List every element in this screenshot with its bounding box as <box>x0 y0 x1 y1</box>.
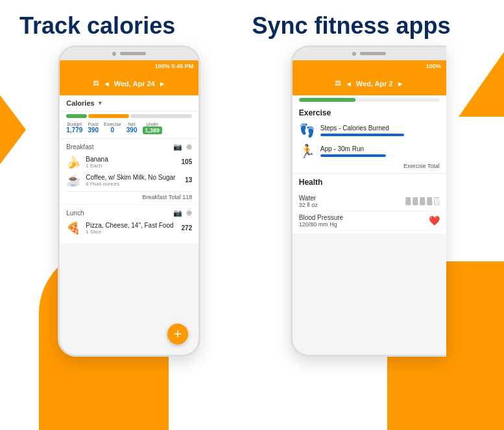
run-icon: 🏃 <box>299 143 315 159</box>
header: Track calories Sync fitness apps <box>0 0 504 45</box>
steps-info: Steps - Calories Burned <box>320 125 440 136</box>
exercise-label: Exercise <box>104 122 121 126</box>
food-item-banana[interactable]: 🍌 Banana 1 Each 105 <box>66 155 192 169</box>
left-arrow-icon-2[interactable]: ◄ <box>345 80 352 88</box>
exercise-stat: Exercise 0 <box>104 122 121 134</box>
calories-header[interactable]: Calories ▼ <box>60 95 198 112</box>
calories-dropdown-icon: ▼ <box>97 100 103 106</box>
lunch-header: Lunch 📷 ⊕ <box>66 209 192 217</box>
p2-progress-bar <box>299 98 440 102</box>
breakfast-total: Breakfast Total 118 <box>66 191 192 200</box>
left-arrow-icon[interactable]: ◄ <box>103 80 110 88</box>
bp-label: Blood Pressure <box>299 214 343 221</box>
lunch-camera-icon[interactable]: 📷 <box>173 209 182 217</box>
pizza-desc: 1 Slice <box>86 229 176 235</box>
nav-date-2: Wed, Apr 2 <box>356 80 393 88</box>
budget-label: Budget <box>67 122 82 126</box>
p2-progress-fill <box>299 98 355 102</box>
run-exercise-item[interactable]: 🏃 App - 30m Run <box>293 141 446 161</box>
header-left: Track calories <box>19 13 252 39</box>
health-section: Water 32 fl oz Blood Pressure <box>293 189 446 233</box>
steps-bar <box>320 134 404 136</box>
under-stat: Under 1,389 <box>143 122 163 134</box>
water-label-group: Water 32 fl oz <box>299 195 318 208</box>
coffee-icon: ☕ <box>66 173 80 187</box>
breakfast-title: Breakfast <box>66 143 93 150</box>
phone-1: 100% 5:45 PM ⚖ ◄ Wed, Apr 24 ► Calories … <box>58 45 200 357</box>
nav-date: Wed, Apr 24 <box>114 80 155 88</box>
steps-exercise-item[interactable]: 👣 Steps - Calories Burned <box>293 120 446 141</box>
food-value: 390 <box>88 126 99 134</box>
phone-1-speaker-icon <box>120 52 146 55</box>
cal-bar-gray <box>130 114 192 118</box>
breakfast-header: Breakfast 📷 ⊕ <box>66 143 192 151</box>
header-right: Sync fitness apps <box>252 13 485 39</box>
phone-1-top-bar <box>60 47 198 60</box>
steps-name: Steps - Calories Burned <box>320 125 440 132</box>
food-item-pizza[interactable]: 🍕 Pizza, Cheese, 14", Fast Food 1 Slice … <box>66 221 192 235</box>
phone-2-body: Exercise 👣 Steps - Calories Burned 🏃 App… <box>293 95 446 233</box>
phone-1-status-bar: 100% 5:45 PM <box>60 60 198 72</box>
banana-desc: 1 Each <box>86 163 176 169</box>
coffee-name: Coffee, w/ Skim Milk, No Sugar <box>86 174 180 181</box>
bp-label-group: Blood Pressure 120/80 mm Hg <box>299 214 343 228</box>
sync-fitness-title: Sync fitness apps <box>252 13 485 39</box>
breakfast-total-label: Breakfast Total <box>142 194 180 200</box>
track-calories-title: Track calories <box>19 13 252 39</box>
pizza-cal: 272 <box>182 224 193 232</box>
net-label: Net <box>128 122 136 126</box>
scale-icon: ⚖ <box>93 79 99 88</box>
coffee-desc: 8 Fluid ounces <box>86 181 180 187</box>
coffee-cal: 13 <box>185 176 192 184</box>
add-food-icon[interactable]: ⊕ <box>186 143 192 151</box>
food-label: Food <box>88 122 99 126</box>
add-food-fab[interactable]: + <box>167 324 188 344</box>
camera-icon[interactable]: 📷 <box>173 143 182 151</box>
right-arrow-icon[interactable]: ► <box>159 80 166 88</box>
phone-2-status-bar: 100% <box>293 60 446 72</box>
right-arrow-icon-2[interactable]: ► <box>397 80 404 88</box>
banana-name: Banana <box>86 156 176 163</box>
run-name: App - 30m Run <box>320 145 440 152</box>
net-stat: Net 390 <box>126 122 138 134</box>
lunch-icons: 📷 ⊕ <box>173 209 192 217</box>
cal-bar-green <box>66 114 87 118</box>
glass-1 <box>405 197 411 206</box>
phone-2: 100% ⚖ ◄ Wed, Apr 2 ► Exercise 👣 Steps -… <box>291 45 446 357</box>
steps-icon: 👣 <box>299 123 315 138</box>
phone-2-status-text: 100% <box>426 63 441 69</box>
pizza-name: Pizza, Cheese, 14", Fast Food <box>86 222 176 229</box>
breakfast-icons: 📷 ⊕ <box>173 143 192 151</box>
phones-container: 100% 5:45 PM ⚖ ◄ Wed, Apr 24 ► Calories … <box>0 45 504 357</box>
calories-label: Calories <box>66 99 94 107</box>
lunch-section: Lunch 📷 ⊕ 🍕 Pizza, Cheese, 14", Fast Foo… <box>60 205 198 243</box>
heart-icon: ❤️ <box>429 215 440 226</box>
run-bar <box>320 154 386 157</box>
phone-2-top-bar <box>293 47 446 60</box>
under-label: Under <box>146 122 158 126</box>
water-value: 32 fl oz <box>299 202 318 208</box>
budget-value: 1,779 <box>66 126 82 134</box>
phone-1-camera-icon <box>112 52 116 56</box>
phone-1-body: Calories ▼ Budget 1,779 Food 390 <box>60 95 198 243</box>
glass-2 <box>413 197 418 206</box>
banana-info: Banana 1 Each <box>86 156 176 169</box>
food-item-coffee[interactable]: ☕ Coffee, w/ Skim Milk, No Sugar 8 Fluid… <box>66 173 192 187</box>
phone-1-nav-bar: ⚖ ◄ Wed, Apr 24 ► <box>60 72 198 95</box>
glass-3 <box>420 197 426 206</box>
glass-5 <box>434 197 440 206</box>
health-section-title: Health <box>293 174 446 189</box>
water-glasses-icon <box>405 197 440 206</box>
water-health-item[interactable]: Water 32 fl oz <box>299 192 440 211</box>
bp-value: 120/80 mm Hg <box>299 221 343 228</box>
food-stat: Food 390 <box>88 122 99 134</box>
pizza-info: Pizza, Cheese, 14", Fast Food 1 Slice <box>86 222 176 235</box>
pizza-icon: 🍕 <box>66 221 80 235</box>
exercise-total-label: Exercise Total <box>293 161 446 174</box>
lunch-add-icon[interactable]: ⊕ <box>186 209 192 217</box>
breakfast-total-value: 118 <box>182 194 192 200</box>
banana-cal: 105 <box>182 158 193 165</box>
budget-stat: Budget 1,779 <box>66 122 82 134</box>
blood-pressure-health-item[interactable]: Blood Pressure 120/80 mm Hg ❤️ <box>299 211 440 231</box>
scale-icon-2: ⚖ <box>335 79 341 88</box>
